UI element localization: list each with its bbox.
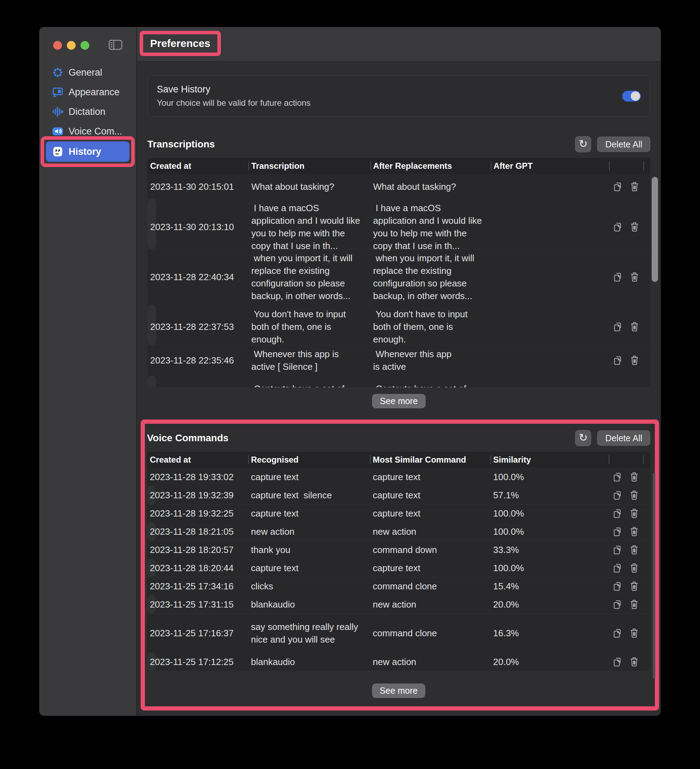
sidebar-item-general[interactable]: General: [39, 63, 136, 82]
voice-commands-speaker-icon: [52, 125, 64, 137]
column-header-actions: [608, 452, 643, 468]
trash-icon[interactable]: [629, 562, 639, 574]
sidebar-item-label: Dictation: [69, 106, 105, 117]
trash-icon[interactable]: [629, 489, 639, 501]
most-similar-cell: new action: [370, 595, 490, 613]
sidebar-item-dictation[interactable]: Dictation: [39, 102, 136, 122]
table-row: 2023-11-30 20:13:10 I have a macOS appli…: [147, 199, 156, 249]
voice-commands-table-header: Created at Recognised Most Similar Comma…: [147, 452, 650, 468]
created-at-cell: 2023-11-25 17:31:15: [147, 595, 248, 613]
table-row: 2023-11-28 19:32:39 capture text silence…: [147, 486, 156, 504]
refresh-icon[interactable]: ↻: [575, 430, 591, 446]
recognised-cell: clicks: [248, 577, 370, 595]
column-header: Most Similar Command: [370, 452, 490, 468]
transcription-cell: What about tasking?: [249, 177, 370, 196]
trash-icon[interactable]: [629, 321, 640, 332]
table-row: 2023-11-28 19:33:02 capture text capture…: [147, 468, 650, 486]
most-similar-cell: capture text: [370, 559, 490, 577]
similarity-cell: 100.0%: [490, 559, 608, 577]
copy-icon[interactable]: [612, 562, 623, 574]
sidebar-item-label: Appearance: [69, 87, 120, 98]
trash-icon[interactable]: [629, 355, 640, 366]
title-bar: Preferences: [137, 27, 661, 62]
table-row: 2023-11-28 18:20:57 thank you command do…: [147, 541, 650, 559]
copy-icon[interactable]: [612, 355, 623, 366]
created-at-cell: 2023-11-28 18:20:57: [147, 541, 248, 559]
voice-commands-table: 2023-11-28 19:33:02 capture text capture…: [147, 468, 650, 671]
trash-icon[interactable]: [629, 581, 639, 592]
trash-icon[interactable]: [629, 544, 639, 555]
transcriptions-title: Transcriptions: [147, 139, 575, 150]
most-similar-cell: command clone: [370, 577, 490, 595]
column-header: Recognised: [248, 452, 370, 468]
table-row: 2023-11-28 19:32:25 capture text capture…: [147, 504, 650, 523]
copy-icon[interactable]: [612, 627, 623, 639]
copy-icon[interactable]: [612, 508, 623, 519]
save-history-toggle[interactable]: [622, 91, 641, 101]
copy-icon[interactable]: [612, 181, 623, 192]
transcription-cell: Contexts have a set of commands and each: [249, 380, 370, 387]
see-more-button[interactable]: See more: [372, 684, 425, 698]
copy-icon[interactable]: [612, 599, 623, 610]
sidebar-item-appearance[interactable]: Appearance: [39, 82, 136, 102]
trash-icon[interactable]: [629, 526, 639, 537]
trash-icon[interactable]: [629, 627, 639, 639]
column-header-spacer: [643, 158, 650, 174]
copy-icon[interactable]: [612, 544, 623, 555]
most-similar-cell: command down: [370, 541, 490, 559]
recognised-cell: capture text silence: [248, 486, 370, 504]
annotation-box-preferences: Preferences: [140, 31, 221, 56]
most-similar-cell: capture text: [370, 468, 490, 486]
table-row: 2023-11-28 18:21:05 new action new actio…: [147, 523, 156, 541]
similarity-cell: 57.1%: [490, 486, 608, 504]
created-at-cell: 2023-11-28 19:33:02: [147, 468, 248, 486]
column-header: Similarity: [490, 452, 608, 468]
copy-icon[interactable]: [612, 221, 623, 233]
delete-all-button[interactable]: Delete All: [597, 137, 650, 152]
save-history-label: Save History: [157, 84, 622, 95]
table-row: 2023-11-28 22:35:46 Whenever this app is…: [147, 345, 650, 376]
trash-icon[interactable]: [629, 221, 640, 233]
table-row: Contexts have a set of commands and each…: [147, 376, 156, 387]
dictation-waveform-icon: [52, 106, 64, 117]
trash-icon[interactable]: [629, 471, 639, 483]
table-row: 2023-11-28 22:40:34 when you import it, …: [147, 249, 650, 305]
sidebar-toggle-icon[interactable]: [109, 40, 122, 50]
trash-icon[interactable]: [629, 599, 639, 610]
most-similar-cell: command clone: [370, 624, 490, 642]
appearance-icon: [52, 86, 64, 98]
after-replacements-cell: Contexts have a set of commands and each: [370, 380, 491, 387]
sidebar: General Appearance: [39, 27, 137, 716]
delete-all-button[interactable]: Delete All: [597, 430, 650, 446]
voice-commands-scrollbar[interactable]: [653, 473, 655, 679]
trash-icon[interactable]: [629, 271, 640, 283]
copy-icon[interactable]: [612, 526, 623, 537]
zoom-window-button[interactable]: [80, 41, 89, 50]
copy-icon[interactable]: [612, 471, 623, 483]
after-replacements-cell: You don't have to input both of them, on…: [370, 305, 491, 348]
minimize-window-button[interactable]: [67, 41, 75, 50]
table-row: 2023-11-30 20:15:01 What about tasking? …: [147, 174, 650, 199]
trash-icon[interactable]: [629, 508, 639, 519]
close-window-button[interactable]: [53, 41, 62, 50]
trash-icon[interactable]: [629, 656, 639, 668]
copy-icon[interactable]: [612, 656, 623, 668]
created-at-cell: 2023-11-25 17:34:16: [147, 577, 248, 595]
copy-icon[interactable]: [612, 581, 623, 592]
copy-icon[interactable]: [612, 321, 623, 332]
settings-body: Save History Your choice will be valid f…: [137, 62, 661, 716]
most-similar-cell: new action: [370, 523, 490, 541]
recognised-cell: blankaudio: [248, 653, 370, 671]
trash-icon[interactable]: [629, 181, 640, 192]
transcription-cell: You don't have to input both of them, on…: [249, 305, 370, 348]
after-gpt-cell: [491, 274, 609, 280]
transcriptions-scrollbar[interactable]: [652, 177, 658, 282]
voice-commands-see-more-strip: See more: [147, 671, 650, 698]
transcriptions-header: Transcriptions ↻ Delete All: [147, 136, 650, 152]
sidebar-item-history[interactable]: History: [46, 142, 130, 162]
copy-icon[interactable]: [612, 271, 623, 283]
refresh-icon[interactable]: ↻: [575, 136, 591, 152]
see-more-button[interactable]: See more: [372, 394, 425, 408]
column-header-actions: [609, 158, 643, 174]
copy-icon[interactable]: [612, 489, 623, 501]
